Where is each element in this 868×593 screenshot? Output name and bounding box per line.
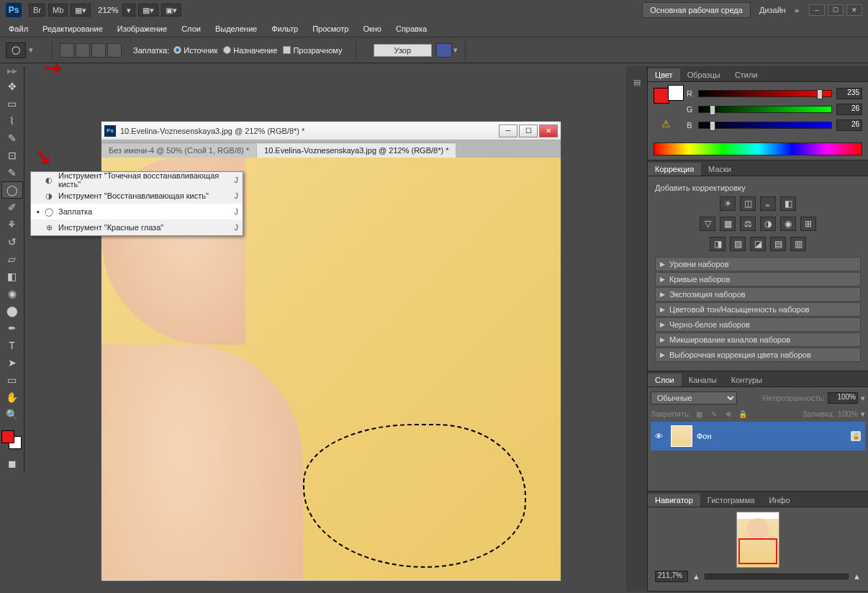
lock-all-icon[interactable]: 🔒 <box>737 409 749 419</box>
patch-transparent-checkbox[interactable]: Прозрачному <box>283 46 342 55</box>
zoom-level-display[interactable]: 212% <box>98 6 118 14</box>
selection-new-button[interactable] <box>60 43 74 58</box>
gradient-map-icon[interactable]: ▤ <box>770 237 786 251</box>
blend-mode-select[interactable]: Обычные <box>651 391 737 404</box>
hand-tool[interactable]: ✋ <box>1 389 23 406</box>
flyout-spot-healing-brush[interactable]: ◐ Инструмент "Точечная восстанавливающая… <box>31 172 243 188</box>
histogram-tab[interactable]: Гистограмма <box>700 494 762 507</box>
color-tab[interactable]: Цвет <box>648 68 680 81</box>
menu-view[interactable]: Просмотр <box>305 22 356 36</box>
menu-window[interactable]: Окно <box>356 22 389 36</box>
view-extras-button[interactable]: ▦▾ <box>71 4 91 17</box>
doc-maximize-button[interactable]: ☐ <box>519 125 538 137</box>
window-maximize-button[interactable]: ☐ <box>828 4 844 16</box>
zoom-out-icon[interactable]: ▲ <box>692 572 700 581</box>
selection-intersect-button[interactable] <box>107 43 122 58</box>
document-titlebar[interactable]: Ps 10.Evelina-Voznesenskaya3.jpg @ 212% … <box>101 122 561 140</box>
rectangle-tool[interactable]: ▭ <box>1 371 23 389</box>
color-swatches[interactable] <box>0 429 24 451</box>
info-tab[interactable]: Инфо <box>761 494 797 507</box>
g-slider[interactable] <box>698 106 832 113</box>
window-close-button[interactable]: ✕ <box>846 4 862 16</box>
patch-source-radio[interactable]: Источник <box>173 46 217 55</box>
flyout-healing-brush[interactable]: ◑ Инструмент "Восстанавливающая кисть"J <box>31 188 243 204</box>
preset-levels[interactable]: ▶Уровни наборов <box>655 257 861 271</box>
adjustments-tab[interactable]: Коррекция <box>648 163 701 176</box>
menu-select[interactable]: Выделение <box>208 22 264 36</box>
styles-tab[interactable]: Стили <box>728 68 765 81</box>
workspace-design-button[interactable]: Дизайн <box>755 6 790 14</box>
flyout-red-eye-tool[interactable]: ⊕ Инструмент "Красные глаза"J <box>31 219 243 235</box>
channel-mixer-icon[interactable]: ⊞ <box>800 217 816 231</box>
zoom-in-icon[interactable]: ▲ <box>853 572 861 581</box>
dodge-tool[interactable]: ⬤ <box>1 302 23 320</box>
zoom-tool[interactable]: 🔍 <box>1 406 23 423</box>
color-panel-background[interactable] <box>668 85 684 101</box>
lasso-tool[interactable]: ⌇ <box>1 112 23 130</box>
vibrance-icon[interactable]: ▽ <box>700 217 715 231</box>
threshold-icon[interactable]: ◪ <box>750 237 766 251</box>
selection-subtract-button[interactable] <box>91 43 106 58</box>
crop-tool[interactable]: ⊡ <box>1 147 23 164</box>
paths-tab[interactable]: Контуры <box>724 374 769 386</box>
document-tab-2[interactable]: 10.Evelina-Voznesenskaya3.jpg @ 212% (RG… <box>257 142 456 158</box>
workspace-essentials-button[interactable]: Основная рабочая среда <box>642 2 751 18</box>
r-value-input[interactable]: 235 <box>836 88 862 99</box>
healing-brush-tool[interactable]: ◯ <box>1 181 23 199</box>
r-slider[interactable] <box>698 90 832 97</box>
current-tool-icon[interactable]: ◯ <box>6 42 26 58</box>
color-panel-foreground[interactable] <box>654 88 669 104</box>
preset-black-white[interactable]: ▶Черно-белое наборов <box>655 317 861 332</box>
navigator-thumbnail[interactable] <box>736 512 779 568</box>
foreground-color[interactable] <box>1 430 14 443</box>
launch-bridge-button[interactable]: Br <box>29 4 45 17</box>
type-tool[interactable]: T <box>1 337 23 354</box>
doc-close-button[interactable]: ✕ <box>539 125 558 137</box>
selective-color-icon[interactable]: ▥ <box>790 237 806 251</box>
preset-channel-mixer[interactable]: ▶Микширование каналов наборов <box>655 332 861 347</box>
hue-saturation-icon[interactable]: ▦ <box>720 217 736 231</box>
masks-tab[interactable]: Маски <box>701 163 738 176</box>
preset-hue-saturation[interactable]: ▶Цветовой тон/Насыщенность наборов <box>655 302 861 317</box>
g-value-input[interactable]: 26 <box>836 104 862 115</box>
eyedropper-tool[interactable]: ✎ <box>1 164 23 181</box>
window-minimize-button[interactable]: ─ <box>809 4 825 16</box>
curves-icon[interactable]: ⩊ <box>760 196 776 211</box>
layer-visibility-icon[interactable]: 👁 <box>655 432 666 440</box>
selection-add-button[interactable] <box>76 43 90 58</box>
exposure-icon[interactable]: ◧ <box>780 196 796 211</box>
menu-file[interactable]: Файл <box>6 22 35 36</box>
layer-row-background[interactable]: 👁 Фон 🔒 <box>651 422 865 451</box>
tool-preset-dropdown[interactable]: ▾ <box>29 45 36 55</box>
blur-tool[interactable]: ◉ <box>1 285 23 302</box>
b-value-input[interactable]: 26 <box>836 119 862 131</box>
preset-exposure[interactable]: ▶Экспозиция наборов <box>655 287 861 302</box>
color-balance-icon[interactable]: ⚖ <box>740 217 756 231</box>
black-white-icon[interactable]: ◑ <box>760 217 776 231</box>
move-tool[interactable]: ✥ <box>1 78 23 95</box>
quick-mask-toggle[interactable]: ◼ <box>1 455 23 472</box>
marquee-tool[interactable]: ▭ <box>1 95 23 112</box>
navigator-zoom-input[interactable]: 211,7% <box>655 571 688 582</box>
clone-stamp-tool[interactable]: ⚘ <box>1 216 23 233</box>
screen-mode-button[interactable]: ▣▾ <box>161 4 181 17</box>
patch-destination-radio[interactable]: Назначение <box>223 46 277 55</box>
preset-curves[interactable]: ▶Кривые наборов <box>655 272 861 286</box>
doc-minimize-button[interactable]: ─ <box>499 125 517 137</box>
layers-tab[interactable]: Слои <box>648 374 682 386</box>
gradient-tool[interactable]: ◧ <box>1 268 23 285</box>
b-slider[interactable] <box>698 122 832 129</box>
navigator-view-rect[interactable] <box>738 538 777 564</box>
pattern-swatch[interactable] <box>436 43 452 58</box>
lock-position-icon[interactable]: ✥ <box>723 409 734 419</box>
levels-icon[interactable]: ◫ <box>740 196 756 211</box>
pen-tool[interactable]: ✒ <box>1 320 23 337</box>
flyout-patch-tool[interactable]: ▪◯ ЗаплаткаJ <box>31 204 243 219</box>
swatches-tab[interactable]: Образцы <box>680 68 728 81</box>
collapsed-panel-icon[interactable]: ▤ <box>628 73 646 91</box>
document-tab-1[interactable]: Без имени-4 @ 50% (Слой 1, RGB/8) * <box>101 142 256 158</box>
history-brush-tool[interactable]: ↺ <box>1 233 23 250</box>
zoom-dropdown[interactable]: ▾ <box>122 4 135 17</box>
menu-filter[interactable]: Фильтр <box>264 22 305 36</box>
lock-image-icon[interactable]: ✎ <box>708 409 720 419</box>
